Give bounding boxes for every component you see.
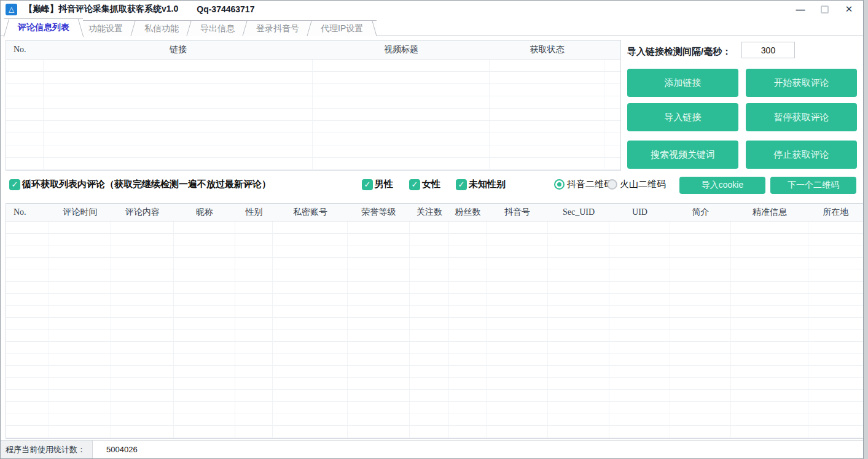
table-cell <box>731 318 808 330</box>
table-row[interactable] <box>6 158 620 170</box>
column-header-video-title[interactable]: 视频标题 <box>313 40 490 59</box>
column-header-nickname[interactable]: 昵称 <box>174 204 235 221</box>
unknown-gender-checkbox[interactable]: ✓ 未知性别 <box>456 179 506 190</box>
table-row[interactable] <box>6 121 620 133</box>
table-cell <box>410 222 449 234</box>
table-cell <box>410 258 449 270</box>
table-row[interactable] <box>6 109 620 121</box>
comment-table-body[interactable] <box>6 222 863 438</box>
close-icon[interactable]: ✕ <box>843 4 854 15</box>
table-row[interactable] <box>6 390 863 402</box>
table-row[interactable] <box>6 414 863 426</box>
start-fetch-button[interactable]: 开始获取评论 <box>746 69 857 97</box>
column-header-link[interactable]: 链接 <box>44 40 313 59</box>
female-checkbox[interactable]: ✓ 女性 <box>409 179 440 190</box>
column-header-no[interactable]: No. <box>6 40 44 59</box>
maximize-icon[interactable] <box>821 6 829 14</box>
column-header-gender[interactable]: 性别 <box>235 204 273 221</box>
table-cell <box>111 402 174 414</box>
table-cell <box>111 245 174 258</box>
table-row[interactable] <box>6 366 863 378</box>
next-qrcode-button[interactable]: 下一个二维码 <box>770 177 856 194</box>
table-cell <box>273 294 348 306</box>
link-table-body[interactable] <box>6 60 620 170</box>
column-header-fetch-status[interactable]: 获取状态 <box>490 40 604 59</box>
table-row[interactable] <box>6 234 863 246</box>
column-header-followers[interactable]: 粉丝数 <box>449 204 487 221</box>
table-cell <box>174 269 235 282</box>
tab-export-info[interactable]: 导出信息 <box>187 20 248 36</box>
female-label: 女性 <box>422 179 440 190</box>
table-row[interactable] <box>6 60 620 72</box>
column-header-bio[interactable]: 简介 <box>670 204 731 221</box>
table-row[interactable] <box>6 294 863 306</box>
table-row[interactable] <box>6 258 863 270</box>
table-cell <box>49 258 111 270</box>
table-row[interactable] <box>6 145 620 158</box>
table-row[interactable] <box>6 402 863 414</box>
column-header-no[interactable]: No. <box>6 204 49 221</box>
table-row[interactable] <box>6 282 863 294</box>
table-cell <box>548 245 609 258</box>
tab-proxy-ip[interactable]: 代理IP设置 <box>307 20 377 36</box>
radio-unselected-icon <box>607 179 617 190</box>
table-cell <box>731 402 808 414</box>
table-row[interactable] <box>6 72 620 84</box>
interval-input[interactable] <box>741 42 795 58</box>
table-cell <box>44 84 313 96</box>
table-cell <box>604 158 620 170</box>
column-header-comment-text[interactable]: 评论内容 <box>111 204 174 221</box>
table-cell <box>6 145 44 158</box>
column-header-private-acct[interactable]: 私密账号 <box>273 204 348 221</box>
male-checkbox[interactable]: ✓ 男性 <box>362 179 393 190</box>
table-row[interactable] <box>6 306 863 318</box>
import-cookie-button[interactable]: 导入cookie <box>679 177 765 194</box>
table-cell <box>490 84 604 96</box>
table-cell <box>410 414 449 426</box>
link-table-header: No. 链接 视频标题 获取状态 <box>6 40 620 60</box>
table-cell <box>235 282 273 294</box>
table-row[interactable] <box>6 269 863 282</box>
table-row[interactable] <box>6 354 863 366</box>
column-header-precise-info[interactable]: 精准信息 <box>731 204 808 221</box>
stop-fetch-button[interactable]: 停止获取评论 <box>746 141 857 169</box>
table-row[interactable] <box>6 133 620 145</box>
tab-login-douyin[interactable]: 登录抖音号 <box>243 20 313 36</box>
import-link-button[interactable]: 导入链接 <box>627 103 738 131</box>
douyin-qr-radio[interactable]: 抖音二维码 <box>554 179 613 190</box>
table-cell <box>449 306 487 318</box>
column-header-uid[interactable]: UID <box>609 204 670 221</box>
table-cell <box>49 426 111 438</box>
tab-private-message[interactable]: 私信功能 <box>131 20 192 36</box>
huoshan-qr-radio[interactable]: 火山二维码 <box>607 179 666 190</box>
column-header-douyin-id[interactable]: 抖音号 <box>487 204 548 221</box>
table-cell <box>487 222 548 234</box>
minimize-icon[interactable]: — <box>795 4 806 15</box>
table-row[interactable] <box>6 378 863 390</box>
table-cell <box>6 378 49 390</box>
table-cell <box>670 282 731 294</box>
table-row[interactable] <box>6 245 863 258</box>
loop-fetch-checkbox[interactable]: ✓ 循环获取列表内评论（获取完继续检测一遍不放过最新评论） <box>9 179 271 190</box>
tab-comment-list[interactable]: 评论信息列表 <box>4 18 83 37</box>
column-header-comment-time[interactable]: 评论时间 <box>49 204 111 221</box>
table-cell <box>49 402 111 414</box>
table-cell <box>235 342 273 354</box>
table-cell <box>348 366 410 378</box>
column-header-honor-level[interactable]: 荣誉等级 <box>348 204 410 221</box>
table-row[interactable] <box>6 84 620 96</box>
search-keyword-button[interactable]: 搜索视频关键词 <box>627 141 738 169</box>
column-header-location[interactable]: 所在地 <box>808 204 863 221</box>
pause-fetch-button[interactable]: 暂停获取评论 <box>746 103 857 131</box>
table-row[interactable] <box>6 222 863 234</box>
table-row[interactable] <box>6 342 863 354</box>
column-header-following[interactable]: 关注数 <box>410 204 449 221</box>
tab-function-settings[interactable]: 功能设置 <box>75 20 136 36</box>
column-header-sec-uid[interactable]: Sec_UID <box>548 204 609 221</box>
table-cell <box>731 354 808 366</box>
table-row[interactable] <box>6 330 863 342</box>
table-row[interactable] <box>6 96 620 109</box>
add-link-button[interactable]: 添加链接 <box>627 69 738 97</box>
table-row[interactable] <box>6 426 863 438</box>
table-row[interactable] <box>6 318 863 330</box>
